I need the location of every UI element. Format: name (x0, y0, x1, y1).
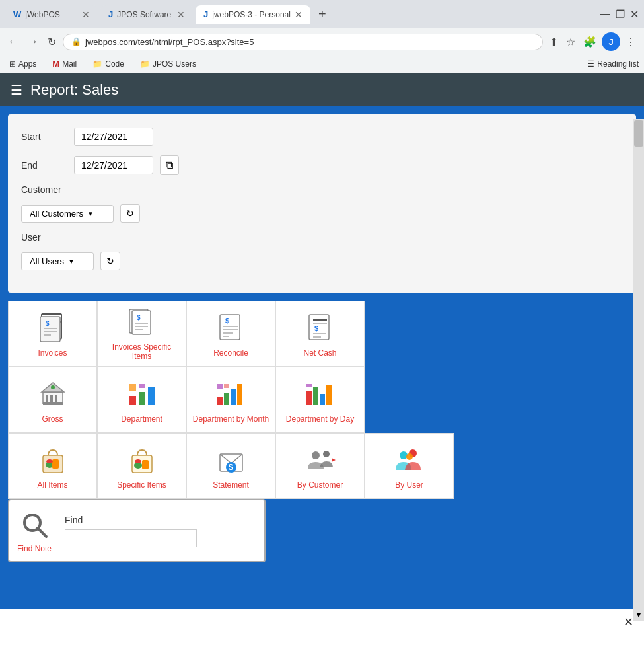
app-header: ☰ Report: Sales (0, 73, 644, 106)
find-note-button[interactable]: Find Note (17, 508, 52, 553)
forward-button[interactable]: → (25, 33, 41, 50)
tab-jwebpos-close[interactable]: ✕ (82, 9, 90, 20)
close-window-button[interactable]: ✕ (630, 8, 639, 20)
gross-label: Gross (42, 414, 63, 424)
maximize-button[interactable]: ❐ (616, 8, 625, 20)
report-row-2: Gross Department (8, 367, 636, 433)
svg-rect-44 (231, 389, 236, 405)
svg-point-64 (312, 451, 320, 459)
share-button[interactable]: ⬆ (547, 33, 561, 51)
address-bar[interactable]: 🔒 jwebpos.com/test/html/rpt_POS.aspx?sit… (63, 34, 543, 50)
customer-value: All Customers (30, 209, 83, 219)
report-dept-month[interactable]: Department by Month (186, 367, 275, 433)
bookmark-button[interactable]: ☆ (563, 33, 578, 51)
menu-button[interactable]: ⋮ (623, 33, 639, 51)
back-button[interactable]: ← (5, 33, 21, 50)
invoices-label: Invoices (38, 348, 67, 358)
bookmark-code[interactable]: 📁 Code (89, 58, 128, 70)
reading-list[interactable]: ☰ Reading list (587, 59, 639, 69)
scrollbar-thumb[interactable] (634, 120, 643, 147)
report-by-user[interactable]: By User (365, 433, 454, 499)
refresh-user-button[interactable]: ↻ (100, 252, 120, 270)
filter-panel: Start 12/27/2021 End 12/27/2021 ⧉ Custom… (8, 114, 636, 293)
svg-rect-52 (306, 384, 312, 387)
report-statement[interactable]: $ Statement (186, 433, 275, 499)
report-row-3: All Items Specific Items (8, 433, 636, 499)
report-specific-items[interactable]: Specific Items (97, 433, 186, 499)
invoices-specific-label: Invoices Specific Items (103, 342, 180, 361)
svg-rect-31 (46, 395, 48, 404)
copy-date-button[interactable]: ⧉ (160, 155, 179, 175)
report-gross[interactable]: Gross (8, 367, 97, 433)
svg-point-36 (51, 385, 55, 389)
by-customer-label: By Customer (297, 480, 343, 490)
profile-button[interactable]: J (602, 32, 620, 51)
report-invoices[interactable]: $ $ Invoices (8, 301, 97, 367)
svg-rect-13 (132, 311, 151, 334)
tab-jwebpos[interactable]: W jWebPOS ✕ (5, 5, 98, 24)
report-all-items[interactable]: All Items (8, 433, 97, 499)
user-dropdown[interactable]: All Users ▼ (21, 252, 94, 270)
bookmark-code-label: Code (105, 59, 124, 69)
svg-rect-39 (148, 387, 155, 405)
end-date-input[interactable]: 12/27/2021 (74, 156, 153, 174)
reconcile-label: Reconcile (213, 348, 248, 358)
invoices-icon: $ $ (35, 310, 71, 346)
start-label: Start (21, 132, 67, 142)
specific-items-icon (124, 442, 160, 478)
tab-jpos-close[interactable]: ✕ (177, 9, 185, 20)
svg-rect-45 (237, 384, 242, 405)
scroll-down-arrow[interactable]: ▼ (633, 608, 644, 621)
main-content: Start 12/27/2021 End 12/27/2021 ⧉ Custom… (0, 106, 644, 609)
svg-rect-37 (129, 396, 136, 405)
refresh-customer-button[interactable]: ↻ (120, 204, 140, 223)
find-note-section: Find Note Find (8, 499, 266, 562)
extensions-button[interactable]: 🧩 (581, 33, 599, 51)
find-note-row: Find Note Find (8, 499, 636, 562)
reconcile-icon: $ (213, 310, 249, 346)
new-tab-button[interactable]: + (313, 4, 332, 24)
bookmark-apps[interactable]: ⊞ Apps (5, 58, 40, 70)
tab-personal[interactable]: J jwebPOS-3 - Personal ✕ (196, 5, 310, 24)
report-department[interactable]: Department (97, 367, 186, 433)
bookmark-jpos-users[interactable]: 📁 JPOS Users (136, 58, 200, 70)
bookmark-mail[interactable]: M Mail (48, 57, 81, 70)
report-reconcile[interactable]: $ Reconcile (186, 301, 275, 367)
dept-month-icon (213, 376, 249, 412)
svg-rect-43 (224, 393, 229, 405)
folder-code-icon: 📁 (92, 59, 102, 69)
hamburger-menu[interactable]: ☰ (11, 82, 22, 98)
report-dept-day[interactable]: Department by Day (275, 367, 365, 433)
browser-actions: ⬆ ☆ 🧩 J ⋮ (547, 32, 639, 51)
start-date-input[interactable]: 12/27/2021 (74, 128, 153, 146)
report-net-cash[interactable]: $ Net Cash (275, 301, 365, 367)
find-input[interactable] (65, 529, 197, 547)
report-grid: $ $ Invoices (8, 301, 636, 562)
customer-label-row: Customer (21, 184, 623, 195)
close-button[interactable]: ✕ (624, 615, 633, 629)
svg-rect-49 (313, 387, 318, 405)
statement-icon: $ (213, 442, 249, 478)
user-value: All Users (30, 256, 64, 266)
net-cash-label: Net Cash (303, 348, 336, 358)
reload-button[interactable]: ↻ (45, 33, 59, 51)
bookmark-apps-label: Apps (18, 59, 36, 69)
scrollbar[interactable]: ▼ (633, 119, 644, 621)
svg-rect-42 (217, 397, 223, 405)
address-bar-row: ← → ↻ 🔒 jwebpos.com/test/html/rpt_POS.as… (0, 28, 644, 55)
svg-rect-48 (306, 391, 312, 405)
report-by-customer[interactable]: By Customer (275, 433, 365, 499)
dept-month-label: Department by Month (193, 414, 269, 424)
minimize-button[interactable]: — (600, 8, 610, 20)
dept-day-label: Department by Day (286, 414, 354, 424)
user-label: User (21, 232, 67, 243)
svg-rect-40 (129, 384, 136, 391)
svg-rect-24 (309, 315, 329, 340)
tab-jpos[interactable]: J JPOS Software ✕ (100, 5, 193, 24)
customer-dropdown[interactable]: All Customers ▼ (21, 205, 114, 223)
tab-personal-close[interactable]: ✕ (295, 9, 303, 20)
by-customer-icon (303, 442, 338, 478)
svg-line-71 (38, 528, 46, 537)
report-invoices-specific[interactable]: $ $ Invoices Specific Items (97, 301, 186, 367)
department-label: Department (121, 414, 162, 424)
